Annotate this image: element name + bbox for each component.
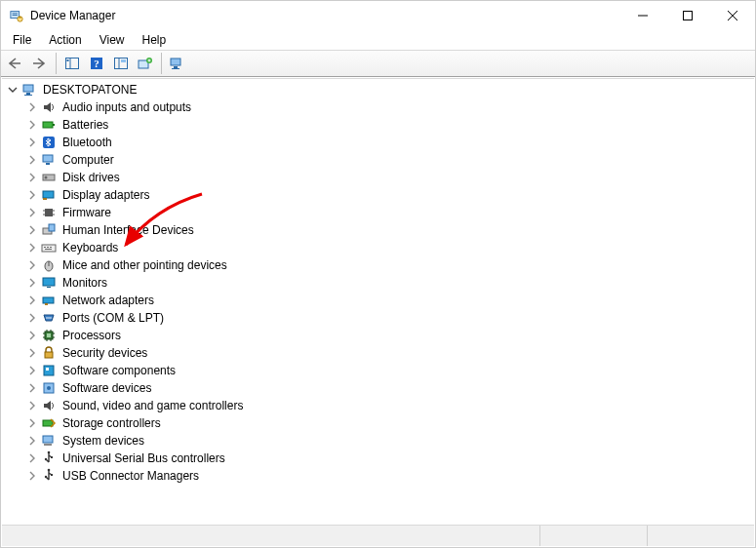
- scan-hardware-button[interactable]: [110, 53, 132, 74]
- network-icon: [41, 293, 57, 308]
- svg-rect-4: [20, 17, 21, 19]
- battery-icon: [41, 117, 57, 133]
- tree-item-monitors[interactable]: Monitors: [2, 274, 754, 292]
- tree-item-usbconn[interactable]: USB Connector Managers: [2, 467, 754, 485]
- tree-item-storage[interactable]: Storage controllers: [2, 414, 754, 432]
- chevron-right-icon[interactable]: [25, 276, 39, 290]
- chevron-right-icon[interactable]: [25, 294, 39, 307]
- add-legacy-button[interactable]: [135, 53, 156, 74]
- tree-item-mice[interactable]: Mice and other pointing devices: [2, 256, 754, 274]
- chevron-right-icon[interactable]: [25, 311, 39, 325]
- help-button[interactable]: ?: [86, 53, 107, 74]
- chevron-right-icon[interactable]: [25, 153, 39, 167]
- chevron-right-icon[interactable]: [25, 171, 39, 184]
- svg-point-56: [50, 317, 52, 319]
- svg-rect-44: [44, 247, 46, 248]
- tree-item-audio[interactable]: Audio inputs and outputs: [2, 98, 754, 116]
- usb-connector-icon: [41, 468, 57, 484]
- svg-rect-76: [51, 456, 53, 458]
- chevron-right-icon[interactable]: [25, 399, 39, 412]
- usb-icon: [41, 450, 57, 466]
- tree-item-sound[interactable]: Sound, video and game controllers: [2, 397, 754, 414]
- tree-item-batteries[interactable]: Batteries: [2, 116, 754, 134]
- menu-help[interactable]: Help: [135, 32, 175, 48]
- chevron-right-icon[interactable]: [25, 136, 39, 149]
- forward-button[interactable]: [29, 53, 51, 74]
- svg-point-80: [45, 476, 47, 478]
- tree-item-label: Mice and other pointing devices: [60, 258, 229, 272]
- hid-icon: [41, 222, 57, 238]
- tree-item-usb[interactable]: Universal Serial Bus controllers: [2, 450, 754, 467]
- svg-rect-47: [45, 249, 52, 250]
- svg-text:?: ?: [94, 58, 99, 69]
- window-title: Device Manager: [30, 9, 620, 22]
- device-tree[interactable]: DESKTOPATONE Audio inputs and outputs Ba…: [2, 78, 754, 524]
- chevron-right-icon[interactable]: [25, 364, 39, 377]
- tree-item-hid[interactable]: Human Interface Devices: [2, 221, 754, 239]
- chevron-right-icon[interactable]: [25, 258, 39, 272]
- chevron-right-icon[interactable]: [25, 118, 39, 132]
- tree-item-label: Computer: [60, 153, 116, 167]
- speaker-icon: [41, 99, 57, 115]
- chevron-right-icon[interactable]: [25, 434, 39, 448]
- tree-item-display[interactable]: Display adapters: [2, 186, 754, 204]
- menu-view[interactable]: View: [92, 32, 133, 48]
- menu-action[interactable]: Action: [41, 32, 89, 48]
- toolbar-divider: [56, 53, 57, 74]
- chevron-right-icon[interactable]: [25, 469, 39, 483]
- tree-item-label: Batteries: [60, 118, 110, 132]
- chip-icon: [41, 205, 57, 220]
- tree-item-label: Network adapters: [60, 294, 156, 307]
- tree-item-system[interactable]: System devices: [2, 432, 754, 450]
- close-button[interactable]: [710, 1, 755, 30]
- tree-item-swcomp[interactable]: Software components: [2, 362, 754, 379]
- svg-rect-69: [46, 368, 49, 371]
- chevron-right-icon[interactable]: [25, 451, 39, 465]
- tree-item-keyboards[interactable]: Keyboards: [2, 239, 754, 256]
- svg-point-33: [45, 176, 48, 179]
- devices-by-connection-button[interactable]: [167, 53, 188, 74]
- chevron-right-icon[interactable]: [25, 223, 39, 237]
- lock-icon: [41, 345, 57, 361]
- tree-item-disk[interactable]: Disk drives: [2, 169, 754, 186]
- tree-item-label: Firmware: [60, 206, 113, 219]
- chevron-right-icon[interactable]: [25, 381, 39, 395]
- chevron-right-icon[interactable]: [25, 346, 39, 360]
- tree-item-firmware[interactable]: Firmware: [2, 204, 754, 221]
- svg-point-55: [48, 317, 50, 319]
- svg-point-71: [47, 386, 51, 390]
- svg-rect-24: [23, 85, 33, 92]
- bluetooth-icon: [41, 135, 57, 150]
- tree-item-label: Ports (COM & LPT): [60, 311, 166, 325]
- chevron-right-icon[interactable]: [25, 206, 39, 219]
- svg-rect-46: [50, 247, 52, 248]
- tree-item-computer[interactable]: Computer: [2, 151, 754, 169]
- chevron-right-icon[interactable]: [25, 416, 39, 430]
- chevron-right-icon[interactable]: [25, 188, 39, 202]
- svg-point-54: [46, 317, 48, 319]
- maximize-button[interactable]: [665, 1, 710, 30]
- show-hide-tree-button[interactable]: [61, 53, 83, 74]
- tree-item-bluetooth[interactable]: Bluetooth: [2, 134, 754, 151]
- tree-item-ports[interactable]: Ports (COM & LPT): [2, 309, 754, 327]
- status-cell: [647, 526, 754, 546]
- chevron-down-icon[interactable]: [6, 83, 20, 97]
- tree-item-swdev[interactable]: Software devices: [2, 379, 754, 397]
- app-icon: [9, 8, 24, 23]
- svg-rect-72: [43, 420, 53, 426]
- tree-item-security[interactable]: Security devices: [2, 344, 754, 362]
- chevron-right-icon[interactable]: [25, 329, 39, 342]
- minimize-button[interactable]: [620, 1, 665, 30]
- tree-item-network[interactable]: Network adapters: [2, 292, 754, 309]
- chevron-right-icon[interactable]: [25, 241, 39, 254]
- tree-item-processors[interactable]: Processors: [2, 327, 754, 344]
- tree-item-label: Audio inputs and outputs: [60, 100, 193, 114]
- back-button[interactable]: [5, 53, 26, 74]
- tree-root[interactable]: DESKTOPATONE: [2, 81, 754, 98]
- menu-file[interactable]: File: [5, 32, 39, 48]
- storage-controller-icon: [41, 415, 57, 431]
- chevron-right-icon[interactable]: [25, 100, 39, 114]
- display-adapter-icon: [41, 187, 57, 203]
- svg-rect-25: [26, 93, 30, 95]
- toolbar: ?: [1, 50, 755, 77]
